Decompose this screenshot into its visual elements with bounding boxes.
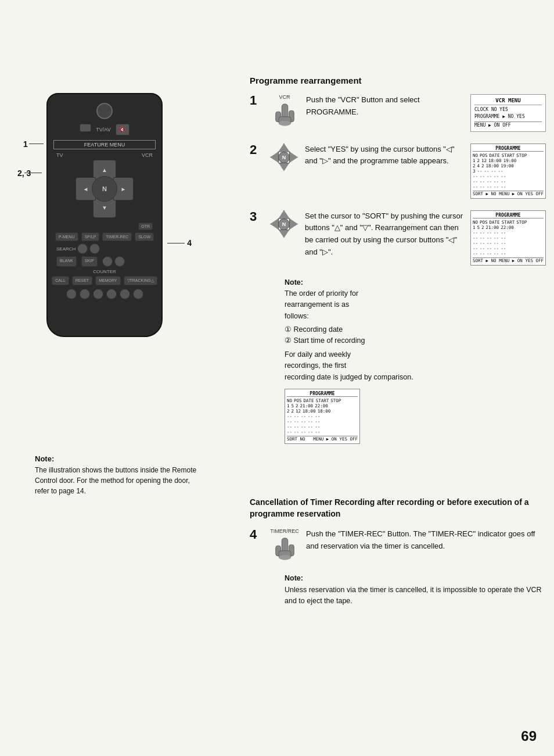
splp-button[interactable]: SP/LP bbox=[81, 232, 100, 241]
n-button[interactable]: N bbox=[92, 176, 117, 202]
prog-table-1-title: PROGRAMME bbox=[473, 146, 544, 152]
vcr-menu-title: VCR MENU bbox=[474, 97, 542, 105]
step-1-content: Push the "VCR" Button and select PROGRAM… bbox=[306, 94, 546, 132]
arrow-2-3 bbox=[24, 173, 42, 173]
step-4-icon-label: TIMER/REC bbox=[270, 528, 299, 534]
call-button[interactable]: CALL bbox=[52, 276, 69, 285]
bottom-btn-4[interactable] bbox=[106, 289, 117, 299]
tv-av-row: TV/AV 🔇 bbox=[53, 124, 156, 135]
bottom-btn-5[interactable] bbox=[120, 289, 130, 299]
pt2-row3: ---------- bbox=[473, 235, 544, 241]
pt2-row2: ---------- bbox=[473, 230, 544, 235]
slow-button[interactable]: SLOW bbox=[135, 232, 154, 241]
otr-button[interactable]: OTR bbox=[138, 223, 153, 230]
timer-rec-button[interactable]: TIMER-REC bbox=[102, 232, 132, 241]
prog-table-2-header: NO POS DATE START STOP bbox=[473, 220, 544, 225]
step-2-dir-icon: N bbox=[270, 144, 298, 171]
pt2-footer: SORT ▶ NO MENU ▶ ON YES OFF bbox=[473, 257, 544, 263]
note-step3-items: ① Recording date ② Start time of recordi… bbox=[285, 324, 546, 347]
pt3-row4: ---------- bbox=[287, 419, 358, 424]
reset-button[interactable]: RESET bbox=[72, 276, 92, 285]
otr-row: OTR bbox=[53, 223, 156, 230]
step-4: 4 TIMER/REC Push the "TIMER-REC" Button.… bbox=[250, 528, 546, 561]
search-row: SEARCH bbox=[53, 243, 156, 254]
step-4-number: 4 bbox=[250, 528, 264, 541]
bottom-btn-2[interactable] bbox=[80, 289, 90, 299]
step-2: 2 N Select "YES" by using the cursor but… bbox=[250, 144, 546, 199]
callout-2-3: 2, 3 bbox=[17, 169, 31, 178]
arrow-4 bbox=[167, 243, 185, 243]
vcr-menu-clock: CLOCK NO YES bbox=[474, 106, 542, 113]
blank-button[interactable]: BLANK bbox=[56, 256, 77, 267]
pt1-row3: 3 -- -- -- -- bbox=[473, 169, 544, 174]
note-step3-item1: ① Recording date bbox=[285, 324, 546, 335]
function-row: P-MENU SP/LP TIMER-REC SLOW bbox=[53, 232, 156, 241]
step-4-text: Push the "TIMER-REC" Button. The "TIMER-… bbox=[306, 528, 546, 553]
memory-button[interactable]: MEMORY bbox=[95, 276, 120, 285]
bottom-btn-3[interactable] bbox=[93, 289, 103, 299]
pt2-row4: ---------- bbox=[473, 241, 544, 246]
bottom-btn-1[interactable] bbox=[66, 289, 77, 299]
pt2-row6: ---------- bbox=[473, 251, 544, 256]
step-1-text: Push the "VCR" Button and select PROGRAM… bbox=[306, 94, 466, 119]
pt3-row3: ---------- bbox=[287, 414, 358, 419]
step-2-text: Select "YES" by using the cursor buttons… bbox=[305, 144, 466, 168]
skip-button[interactable]: SKIP bbox=[81, 256, 98, 267]
pt2-row1: 1 5 2 21:00 22:00 bbox=[473, 225, 544, 230]
pmenu-button[interactable]: P-MENU bbox=[55, 232, 78, 241]
page-number: 69 bbox=[521, 728, 537, 744]
step-2-number: 2 bbox=[250, 144, 264, 156]
hand-icon-4 bbox=[275, 535, 295, 561]
prog-table-3-container: PROGRAMME NO POS DATE START STOP 1 5 2 2… bbox=[285, 389, 546, 444]
pt1-row5: ---------- bbox=[473, 179, 544, 184]
note-step3: Note: The order of priority for rearrang… bbox=[285, 277, 546, 383]
note-cancel-text: Unless reservation via the timer is canc… bbox=[285, 585, 546, 607]
tv-av-label: TV/AV bbox=[96, 124, 110, 135]
step-3-number: 3 bbox=[250, 210, 264, 223]
dir-up-2 bbox=[278, 144, 290, 152]
pt3-footer: SORT NO MENU ▶ ON YES OFF bbox=[287, 436, 358, 442]
pt3-row6: ---------- bbox=[287, 429, 358, 435]
pt1-row1: 1 2 12 18:00 19:00 bbox=[473, 158, 544, 163]
pt2-row5: ---------- bbox=[473, 246, 544, 251]
tv-button[interactable] bbox=[80, 124, 91, 132]
pt1-footer: SORT ▶ NO MENU ▶ ON YES OFF bbox=[473, 191, 544, 196]
step-2-instruction: Select "YES" by using the cursor buttons… bbox=[305, 145, 455, 166]
step-3-dir-icon: N bbox=[270, 210, 298, 238]
mute-button[interactable]: 🔇 bbox=[116, 124, 129, 135]
left-panel: TV/AV 🔇 FEATURE MENU TV VCR ▲ ▼ ◄ ► N bbox=[17, 93, 192, 337]
pt1-row6: ---------- bbox=[473, 184, 544, 189]
note-cancel: Note: Unless reservation via the timer i… bbox=[285, 573, 546, 607]
plus-button[interactable] bbox=[114, 256, 125, 267]
page-container: TV/AV 🔇 FEATURE MENU TV VCR ▲ ▼ ◄ ► N bbox=[0, 0, 554, 756]
vcr-menu-content: CLOCK NO YES PROGRAMME ▶ NO YES MENU ▶ O… bbox=[474, 106, 542, 129]
dir-down-2 bbox=[278, 163, 290, 171]
search-minus-button[interactable] bbox=[77, 243, 88, 254]
arrow-1 bbox=[29, 144, 44, 144]
step-4-icon: TIMER/REC bbox=[270, 528, 299, 561]
dir-left-3 bbox=[270, 218, 279, 230]
pt3-row5: ---------- bbox=[287, 424, 358, 429]
search-plus-button[interactable] bbox=[89, 243, 100, 254]
tv-vcr-labels: TV VCR bbox=[53, 152, 156, 158]
dir-left-2 bbox=[270, 152, 279, 163]
step-3: 3 N Set the cursor to "SORT" by pushing … bbox=[250, 210, 546, 266]
tv-label: TV bbox=[56, 152, 63, 158]
step-1-number: 1 bbox=[250, 94, 264, 107]
minus-button[interactable] bbox=[102, 256, 113, 267]
callout-1: 1 bbox=[23, 139, 28, 149]
note-step3-text: The order of priority for rearrangement … bbox=[285, 288, 546, 322]
search-buttons bbox=[77, 243, 100, 254]
step-1: 1 VCR Push the "VCR" Button and select P… bbox=[250, 94, 546, 132]
pt3-row2: 2 2 12 18:00 18:00 bbox=[287, 409, 358, 414]
vcr-menu-screen: VCR MENU CLOCK NO YES PROGRAMME ▶ NO YES… bbox=[470, 94, 546, 132]
prog-table-3-title: PROGRAMME bbox=[287, 391, 358, 397]
vcr-menu-menu: MENU ▶ ON OFF bbox=[474, 122, 542, 129]
power-button[interactable] bbox=[96, 103, 113, 119]
pt3-row1: 1 5 2 21:00 22:00 bbox=[287, 403, 358, 409]
bottom-row-remote: CALL RESET MEMORY ▽TRACKING△ bbox=[53, 276, 156, 285]
bottom-btn-6[interactable] bbox=[133, 289, 143, 299]
pt1-row2: 2 4 2 18:00 19:00 bbox=[473, 163, 544, 169]
feature-menu-label: FEATURE MENU bbox=[53, 140, 156, 149]
tracking-button[interactable]: ▽TRACKING△ bbox=[124, 276, 157, 285]
